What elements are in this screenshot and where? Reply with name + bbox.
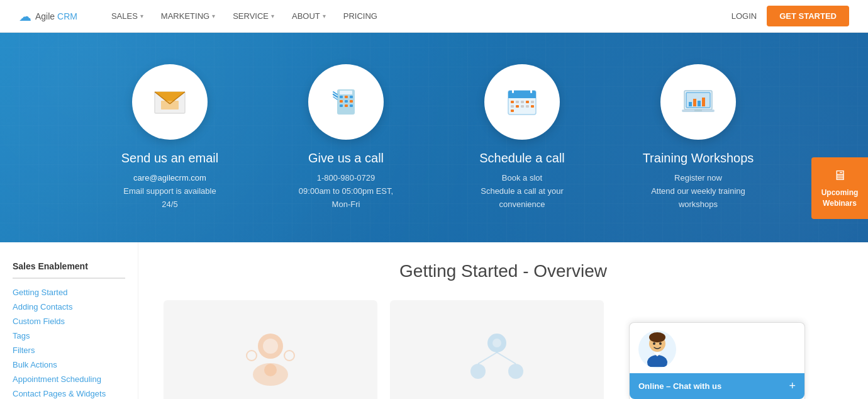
sidebar-link-bulk-actions[interactable]: Bulk Actions <box>13 360 125 369</box>
svg-rect-14 <box>350 104 353 107</box>
sidebar-link-tags[interactable]: Tags <box>13 331 125 340</box>
nav-item-pricing[interactable]: PRICING <box>335 0 386 33</box>
svg-line-54 <box>497 352 516 364</box>
svg-rect-29 <box>521 105 524 108</box>
sidebar-link-adding-contacts[interactable]: Adding Contacts <box>13 302 125 312</box>
svg-rect-30 <box>526 105 529 108</box>
get-started-button[interactable]: GET STARTED <box>767 6 849 26</box>
sidebar-link-contact-pages[interactable]: Contact Pages & Widgets <box>13 389 125 398</box>
nav-item-about[interactable]: ABOUT ▾ <box>283 0 335 33</box>
svg-point-59 <box>659 342 662 345</box>
svg-rect-7 <box>345 96 348 98</box>
svg-line-53 <box>478 352 497 364</box>
svg-point-47 <box>264 364 277 376</box>
schedule-card-title: Schedule a call <box>479 151 565 166</box>
svg-rect-10 <box>345 100 348 103</box>
svg-rect-26 <box>531 101 534 103</box>
svg-rect-24 <box>521 101 524 103</box>
nav-item-marketing[interactable]: MARKETING ▾ <box>152 0 224 33</box>
support-card-schedule[interactable]: Schedule a call Book a slot Schedule a c… <box>453 64 591 211</box>
support-card-training[interactable]: Training Workshops Register now Attend o… <box>629 64 767 211</box>
training-card-title: Training Workshops <box>643 151 754 166</box>
logo-text: Agile CRM <box>35 11 77 21</box>
content-card-1 <box>164 300 377 399</box>
chat-status-text: Online – Chat with us <box>638 381 721 391</box>
svg-point-49 <box>284 351 294 361</box>
svg-rect-27 <box>511 105 514 108</box>
training-icon <box>678 82 718 122</box>
svg-rect-39 <box>693 99 696 106</box>
sidebar-nav: Sales Enablement Getting Started Adding … <box>0 242 138 399</box>
webinars-sidebar[interactable]: 🖥 UpcomingWebinars <box>811 157 868 219</box>
svg-point-52 <box>508 364 523 379</box>
support-cards: Send us an email care@agilecrm.com Email… <box>57 64 811 211</box>
nav-item-sales[interactable]: SALES ▾ <box>103 0 152 33</box>
svg-rect-23 <box>516 101 519 103</box>
call-card-text: 1-800-980-0729 09:00am to 05:00pm EST, M… <box>299 172 393 211</box>
chat-widget[interactable]: Online – Chat with us + <box>629 322 805 399</box>
webinar-icon: 🖥 <box>820 167 859 184</box>
svg-rect-40 <box>698 101 701 106</box>
svg-rect-21 <box>508 94 536 98</box>
svg-point-60 <box>647 355 667 367</box>
card-placeholder-2 <box>459 321 535 399</box>
logo-icon: ☁ <box>19 9 31 24</box>
svg-rect-15 <box>340 91 352 94</box>
sidebar-link-custom-fields[interactable]: Custom Fields <box>13 317 125 326</box>
email-icon <box>150 82 190 122</box>
email-address-link[interactable]: care@agilecrm.com <box>133 173 206 183</box>
chevron-down-icon: ▾ <box>212 13 215 20</box>
chevron-down-icon: ▾ <box>140 13 143 20</box>
svg-rect-8 <box>350 96 353 98</box>
svg-rect-28 <box>516 105 519 108</box>
svg-rect-32 <box>511 110 514 112</box>
schedule-icon-circle <box>484 64 560 140</box>
svg-point-51 <box>470 364 486 379</box>
svg-rect-25 <box>526 101 529 103</box>
nav-right: LOGIN GET STARTED <box>732 6 849 26</box>
svg-point-58 <box>653 342 655 345</box>
svg-rect-6 <box>340 96 343 98</box>
schedule-card-text: Book a slot Schedule a call at your conv… <box>481 172 564 211</box>
svg-rect-11 <box>350 100 353 103</box>
phone-icon <box>326 82 366 122</box>
svg-rect-34 <box>530 88 532 93</box>
chat-header[interactable]: Online – Chat with us + <box>630 373 804 399</box>
svg-rect-2 <box>161 101 179 110</box>
sidebar-link-getting-started[interactable]: Getting Started <box>13 288 125 297</box>
training-icon-circle <box>660 64 736 140</box>
nav-links: SALES ▾ MARKETING ▾ SERVICE ▾ ABOUT ▾ PR… <box>103 0 732 33</box>
sidebar-section-title: Sales Enablement <box>13 261 125 279</box>
svg-rect-9 <box>340 100 343 103</box>
webinars-sidebar-label: UpcomingWebinars <box>820 188 859 209</box>
svg-rect-43 <box>694 110 702 111</box>
nav-item-service[interactable]: SERVICE ▾ <box>224 0 283 33</box>
support-card-call[interactable]: Give us a call 1-800-980-0729 09:00am to… <box>277 64 415 211</box>
page-title: Getting Started - Overview <box>164 261 843 281</box>
sidebar-link-appointment-scheduling[interactable]: Appointment Scheduling <box>13 374 125 384</box>
chat-expand-icon[interactable]: + <box>789 379 796 393</box>
training-card-text: Register now Attend our weekly training … <box>651 172 745 211</box>
svg-rect-13 <box>345 104 348 107</box>
svg-rect-22 <box>511 101 514 103</box>
svg-point-48 <box>247 351 257 361</box>
chat-avatar-section <box>630 323 804 373</box>
email-card-text: care@agilecrm.com Email support is avail… <box>123 172 216 211</box>
calendar-icon <box>502 82 542 122</box>
content-card-2 <box>390 300 604 399</box>
card-placeholder-1 <box>239 321 302 399</box>
logo[interactable]: ☁ Agile CRM <box>19 9 77 24</box>
navbar: ☁ Agile CRM SALES ▾ MARKETING ▾ SERVICE … <box>0 0 868 33</box>
logo-crm: CRM <box>57 11 77 21</box>
chevron-down-icon: ▾ <box>323 13 326 20</box>
svg-point-57 <box>649 332 665 342</box>
support-section: Send us an email care@agilecrm.com Email… <box>0 33 868 242</box>
svg-point-45 <box>263 339 278 354</box>
sidebar-link-filters[interactable]: Filters <box>13 346 125 355</box>
support-card-email[interactable]: Send us an email care@agilecrm.com Email… <box>101 64 239 211</box>
svg-rect-38 <box>689 102 692 106</box>
login-link[interactable]: LOGIN <box>732 11 757 21</box>
svg-point-55 <box>492 339 501 347</box>
svg-rect-12 <box>340 104 343 107</box>
call-card-title: Give us a call <box>308 151 384 166</box>
